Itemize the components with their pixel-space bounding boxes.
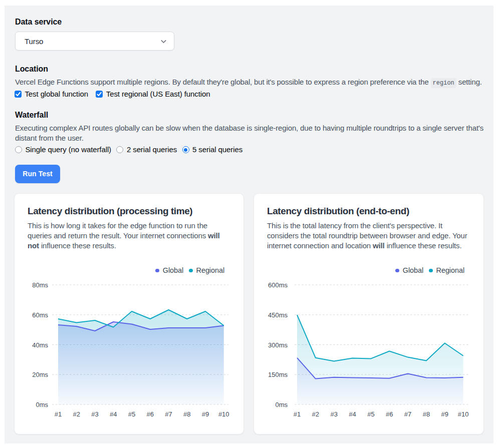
svg-text:#2: #2	[73, 410, 80, 418]
svg-text:#6: #6	[147, 410, 154, 418]
svg-text:#2: #2	[312, 410, 319, 418]
svg-text:#8: #8	[423, 410, 430, 418]
svg-text:#6: #6	[386, 410, 393, 418]
svg-text:80ms: 80ms	[32, 281, 48, 289]
svg-text:#7: #7	[404, 410, 411, 418]
svg-text:600ms: 600ms	[268, 281, 288, 289]
svg-text:300ms: 300ms	[268, 341, 288, 349]
svg-text:40ms: 40ms	[32, 341, 48, 349]
svg-text:#9: #9	[202, 410, 209, 418]
svg-text:450ms: 450ms	[268, 311, 288, 319]
svg-text:#3: #3	[330, 410, 337, 418]
svg-text:#4: #4	[349, 410, 356, 418]
svg-text:#9: #9	[441, 410, 448, 418]
svg-text:#3: #3	[91, 410, 98, 418]
svg-text:#5: #5	[128, 410, 135, 418]
svg-text:#4: #4	[110, 410, 117, 418]
svg-text:20ms: 20ms	[32, 371, 48, 378]
svg-text:#5: #5	[367, 410, 374, 418]
svg-text:150ms: 150ms	[268, 371, 288, 378]
svg-text:#7: #7	[165, 410, 172, 418]
svg-text:0ms: 0ms	[36, 401, 48, 408]
svg-text:#1: #1	[55, 410, 62, 418]
svg-text:60ms: 60ms	[32, 311, 48, 319]
svg-text:0ms: 0ms	[275, 401, 288, 408]
svg-text:#10: #10	[218, 410, 229, 418]
svg-text:#10: #10	[458, 410, 469, 418]
svg-text:#1: #1	[294, 410, 301, 418]
svg-text:#8: #8	[183, 410, 190, 418]
